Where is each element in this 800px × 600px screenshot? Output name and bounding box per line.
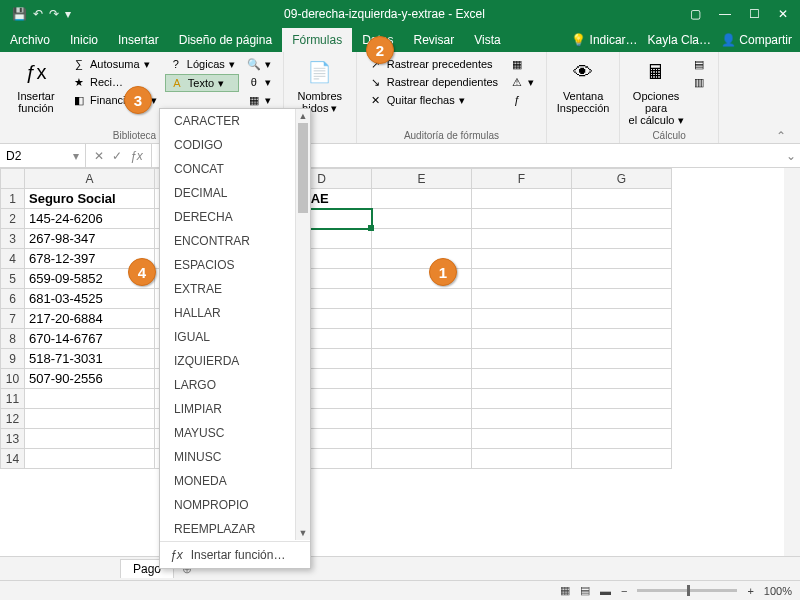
share-button[interactable]: 👤 Compartir	[721, 33, 792, 47]
insert-function-button[interactable]: ƒx Insertar función	[8, 56, 64, 128]
tab-diseno[interactable]: Diseño de página	[169, 28, 282, 52]
cancel-icon[interactable]: ✕	[94, 149, 104, 163]
cell-G13[interactable]	[572, 429, 672, 449]
cell-E10[interactable]	[372, 369, 472, 389]
menu-item-espacios[interactable]: ESPACIOS	[160, 253, 310, 277]
dropdown-scrollbar[interactable]: ▲ ▼	[295, 109, 310, 540]
menu-item-encontrar[interactable]: ENCONTRAR	[160, 229, 310, 253]
cell-G1[interactable]	[572, 189, 672, 209]
row-header[interactable]: 2	[1, 209, 25, 229]
row-header[interactable]: 6	[1, 289, 25, 309]
cell-F7[interactable]	[472, 309, 572, 329]
view-break-icon[interactable]: ▬	[600, 585, 611, 597]
cell-A9[interactable]: 518-71-3031	[25, 349, 155, 369]
cell-F10[interactable]	[472, 369, 572, 389]
menu-item-izquierda[interactable]: IZQUIERDA	[160, 349, 310, 373]
cell-E8[interactable]	[372, 329, 472, 349]
remove-arrows-button[interactable]: ✕Quitar flechas ▾	[365, 92, 502, 108]
cell-A14[interactable]	[25, 449, 155, 469]
row-header[interactable]: 8	[1, 329, 25, 349]
menu-item-derecha[interactable]: DERECHA	[160, 205, 310, 229]
cell-A7[interactable]: 217-20-6884	[25, 309, 155, 329]
cell-G10[interactable]	[572, 369, 672, 389]
cell-A11[interactable]	[25, 389, 155, 409]
cell-F5[interactable]	[472, 269, 572, 289]
cell-F14[interactable]	[472, 449, 572, 469]
cell-A12[interactable]	[25, 409, 155, 429]
cell-A10[interactable]: 507-90-2556	[25, 369, 155, 389]
save-icon[interactable]: 💾	[12, 7, 27, 21]
zoom-slider[interactable]	[637, 589, 737, 592]
cell-G11[interactable]	[572, 389, 672, 409]
cell-E13[interactable]	[372, 429, 472, 449]
lookup-button[interactable]: 🔍▾	[243, 56, 275, 72]
logical-button[interactable]: ?Lógicas ▾	[165, 56, 239, 72]
col-header-A[interactable]: A	[25, 169, 155, 189]
cell-F13[interactable]	[472, 429, 572, 449]
calc-options-button[interactable]: 🖩 Opciones para el cálculo ▾	[628, 56, 684, 128]
cell-F6[interactable]	[472, 289, 572, 309]
menu-item-moneda[interactable]: MONEDA	[160, 469, 310, 493]
menu-item-limpiar[interactable]: LIMPIAR	[160, 397, 310, 421]
col-header-E[interactable]: E	[372, 169, 472, 189]
view-layout-icon[interactable]: ▤	[580, 584, 590, 597]
cell-G9[interactable]	[572, 349, 672, 369]
cell-E11[interactable]	[372, 389, 472, 409]
error-check-button[interactable]: ⚠▾	[506, 74, 538, 90]
tab-revisar[interactable]: Revisar	[404, 28, 465, 52]
insert-function-footer[interactable]: ƒxInsertar función…	[160, 541, 310, 568]
cell-F9[interactable]	[472, 349, 572, 369]
zoom-level[interactable]: 100%	[764, 585, 792, 597]
row-header[interactable]: 5	[1, 269, 25, 289]
cell-A13[interactable]	[25, 429, 155, 449]
cell-G3[interactable]	[572, 229, 672, 249]
menu-item-extrae[interactable]: EXTRAE	[160, 277, 310, 301]
redo-icon[interactable]: ↷	[49, 7, 59, 21]
fx-icon-small[interactable]: ƒx	[130, 149, 143, 163]
evaluate-button[interactable]: ƒ	[506, 92, 538, 108]
tab-inicio[interactable]: Inicio	[60, 28, 108, 52]
close-icon[interactable]: ✕	[778, 7, 788, 21]
menu-item-codigo[interactable]: CODIGO	[160, 133, 310, 157]
row-header[interactable]: 1	[1, 189, 25, 209]
cell-E3[interactable]	[372, 229, 472, 249]
cell-A6[interactable]: 681-03-4525	[25, 289, 155, 309]
tab-vista[interactable]: Vista	[464, 28, 510, 52]
cell-G12[interactable]	[572, 409, 672, 429]
cell-A3[interactable]: 267-98-347	[25, 229, 155, 249]
menu-item-hallar[interactable]: HALLAR	[160, 301, 310, 325]
cell-E14[interactable]	[372, 449, 472, 469]
recent-button[interactable]: ★Reci…	[68, 74, 161, 90]
tab-insertar[interactable]: Insertar	[108, 28, 169, 52]
cell-E7[interactable]	[372, 309, 472, 329]
watch-window-button[interactable]: 👁 Ventana Inspección	[555, 56, 611, 139]
row-header[interactable]: 11	[1, 389, 25, 409]
cell-F3[interactable]	[472, 229, 572, 249]
zoom-in[interactable]: +	[747, 585, 753, 597]
cell-G2[interactable]	[572, 209, 672, 229]
text-button[interactable]: ATexto ▾	[165, 74, 239, 92]
qat-dropdown-icon[interactable]: ▾	[65, 7, 71, 21]
cell-F12[interactable]	[472, 409, 572, 429]
zoom-out[interactable]: −	[621, 585, 627, 597]
row-header[interactable]: 12	[1, 409, 25, 429]
cell-G5[interactable]	[572, 269, 672, 289]
cell-F1[interactable]	[472, 189, 572, 209]
row-header[interactable]: 13	[1, 429, 25, 449]
row-header[interactable]: 3	[1, 229, 25, 249]
view-normal-icon[interactable]: ▦	[560, 584, 570, 597]
user-name[interactable]: Kayla Cla…	[648, 33, 711, 47]
col-header-G[interactable]: G	[572, 169, 672, 189]
trace-dependents-button[interactable]: ↘Rastrear dependientes	[365, 74, 502, 90]
show-formulas-button[interactable]: ▦	[506, 56, 538, 72]
cell-F11[interactable]	[472, 389, 572, 409]
menu-item-largo[interactable]: LARGO	[160, 373, 310, 397]
cell-F8[interactable]	[472, 329, 572, 349]
tab-archivo[interactable]: Archivo	[0, 28, 60, 52]
cell-E9[interactable]	[372, 349, 472, 369]
cell-E2[interactable]	[372, 209, 472, 229]
select-all-corner[interactable]	[1, 169, 25, 189]
cell-F4[interactable]	[472, 249, 572, 269]
vertical-scrollbar[interactable]	[784, 168, 800, 556]
cell-A8[interactable]: 670-14-6767	[25, 329, 155, 349]
